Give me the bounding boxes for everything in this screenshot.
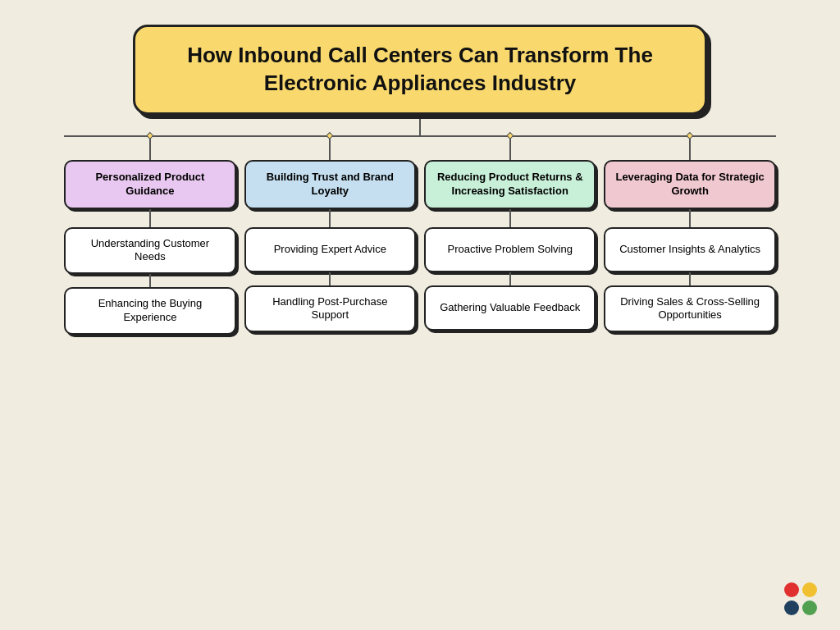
dot-yellow (802, 582, 817, 597)
cat-card-4: Leveraging Data for Strategic Growth (604, 160, 775, 209)
sub-card-3-1: Proactive Problem Solving (424, 227, 596, 272)
title-down-line (419, 119, 421, 135)
col4-top-connector (689, 137, 691, 160)
col2-mid-connector (329, 209, 331, 227)
sub-card-1-2: Enhancing the Buying Experience (64, 287, 235, 335)
col1-small-connector (149, 274, 151, 287)
column-2: Building Trust and Brand Loyalty Providi… (244, 137, 416, 336)
col3-top-connector (509, 137, 511, 160)
dot-green (802, 600, 817, 615)
col4-mid-connector (689, 209, 691, 227)
column-1: Personalized Product Guidance Understand… (64, 137, 235, 336)
cat-card-1: Personalized Product Guidance (64, 160, 235, 209)
cat-card-2: Building Trust and Brand Loyalty (244, 160, 416, 209)
col2-small-connector (329, 272, 331, 285)
dot-teal (784, 600, 799, 615)
col4-small-connector (689, 272, 691, 285)
col1-mid-connector (149, 209, 151, 227)
sub-card-1-1: Understanding Customer Needs (64, 227, 235, 275)
sub-card-4-2: Driving Sales & Cross-Selling Opportunit… (604, 285, 775, 333)
logo-dots (784, 582, 817, 615)
sub-card-2-2: Handling Post-Purchase Support (244, 285, 416, 333)
col2-top-connector (329, 137, 331, 160)
sub-card-3-2: Gathering Valuable Feedback (424, 285, 596, 331)
dot-red (784, 582, 799, 597)
column-4: Leveraging Data for Strategic Growth Cus… (604, 137, 775, 336)
cat-card-3: Reducing Product Returns & Increasing Sa… (424, 160, 596, 209)
col1-top-connector (149, 137, 151, 160)
sub-card-4-1: Customer Insights & Analytics (604, 227, 775, 272)
title-text: How Inbound Call Centers Can Transform T… (168, 42, 672, 98)
column-3: Reducing Product Returns & Increasing Sa… (424, 137, 596, 336)
page-container: How Inbound Call Centers Can Transform T… (0, 0, 840, 630)
col3-mid-connector (509, 209, 511, 227)
title-box: How Inbound Call Centers Can Transform T… (133, 25, 707, 115)
col3-small-connector (509, 272, 511, 285)
sub-card-2-1: Providing Expert Advice (244, 227, 416, 272)
columns-container: Personalized Product Guidance Understand… (64, 137, 776, 336)
main-layout: Personalized Product Guidance Understand… (25, 119, 815, 336)
